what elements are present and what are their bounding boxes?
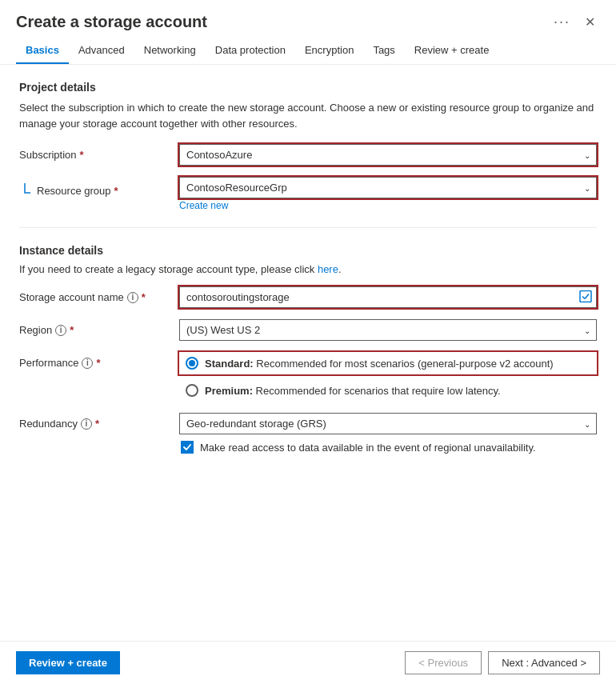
redundancy-required: * (95, 418, 99, 430)
redundancy-control: Geo-redundant storage (GRS) ⌄ Make read … (179, 413, 597, 454)
previous-button[interactable]: < Previous (405, 651, 482, 674)
redundancy-label: Redundancy i * (19, 413, 179, 430)
redundancy-checkbox-label: Make read access to data available in th… (200, 442, 536, 454)
legacy-text: If you need to create a legacy storage a… (19, 263, 597, 275)
redundancy-select-wrapper: Geo-redundant storage (GRS) ⌄ (179, 413, 597, 434)
subscription-select[interactable]: ContosoAzure (179, 144, 597, 166)
resource-group-select[interactable]: ContosoResourceGrp (179, 177, 597, 198)
tab-encryption[interactable]: Encryption (295, 38, 363, 64)
performance-radio-group: Standard: Recommended for most scenarios… (179, 352, 597, 402)
redundancy-checkbox[interactable] (181, 441, 194, 454)
subscription-control: ContosoAzure ⌄ (179, 144, 597, 166)
review-create-button[interactable]: Review + create (16, 651, 120, 674)
performance-label: Performance i * (19, 352, 179, 369)
storage-name-info-icon[interactable]: i (127, 292, 138, 303)
region-control: (US) West US 2 ⌄ (179, 319, 597, 341)
performance-control: Standard: Recommended for most scenarios… (179, 352, 597, 402)
resource-group-select-wrapper: ContosoResourceGrp ⌄ (179, 177, 597, 198)
performance-premium-radio (186, 384, 198, 397)
performance-row: Performance i * Standard: Recommended fo… (19, 352, 597, 402)
content-area: Project details Select the subscription … (0, 65, 616, 641)
project-details-desc: Select the subscription in which to crea… (19, 100, 597, 131)
legacy-link[interactable]: here (318, 263, 338, 275)
storage-name-row: Storage account name i * (19, 286, 597, 308)
redundancy-checkbox-row: Make read access to data available in th… (179, 441, 597, 454)
project-details-title: Project details (19, 81, 597, 94)
create-new-link[interactable]: Create new (179, 200, 228, 211)
close-icon: ✕ (585, 14, 595, 30)
tab-data-protection[interactable]: Data protection (206, 38, 295, 64)
performance-required: * (96, 357, 100, 369)
subscription-label: Subscription * (19, 144, 179, 161)
storage-name-input[interactable] (179, 286, 597, 308)
indent-connector-icon (19, 183, 30, 199)
storage-name-label: Storage account name i * (19, 286, 179, 303)
section-divider-1 (19, 227, 597, 228)
tab-tags[interactable]: Tags (363, 38, 404, 64)
tab-bar: Basics Advanced Networking Data protecti… (0, 31, 616, 65)
next-button[interactable]: Next : Advanced > (488, 651, 600, 674)
performance-premium-option[interactable]: Premium: Recommended for scenarios that … (179, 379, 597, 402)
subscription-required: * (80, 149, 84, 161)
project-details-section: Project details Select the subscription … (19, 81, 597, 211)
instance-details-title: Instance details (19, 244, 597, 257)
dialog-footer: Review + create < Previous Next : Advanc… (0, 641, 616, 684)
dialog-header: Create a storage account ··· ✕ (0, 0, 616, 31)
region-select-wrapper: (US) West US 2 ⌄ (179, 319, 597, 341)
instance-details-section: Instance details If you need to create a… (19, 244, 597, 454)
subscription-select-wrapper: ContosoAzure ⌄ (179, 144, 597, 166)
performance-standard-option[interactable]: Standard: Recommended for most scenarios… (179, 352, 597, 374)
tab-advanced[interactable]: Advanced (69, 38, 134, 64)
header-actions: ··· ✕ (554, 13, 600, 31)
tab-networking[interactable]: Networking (134, 38, 206, 64)
resource-group-control: ContosoResourceGrp ⌄ Create new (179, 177, 597, 211)
create-storage-dialog: Create a storage account ··· ✕ Basics Ad… (0, 0, 616, 684)
tab-review-create[interactable]: Review + create (405, 38, 499, 64)
close-button[interactable]: ✕ (580, 13, 600, 31)
resource-group-required: * (114, 185, 118, 197)
region-info-icon[interactable]: i (55, 325, 66, 336)
resource-group-label-container: Resource group * (19, 177, 179, 199)
region-required: * (70, 324, 74, 336)
redundancy-row: Redundancy i * Geo-redundant storage (GR… (19, 413, 597, 454)
region-label: Region i * (19, 319, 179, 336)
performance-info-icon[interactable]: i (82, 358, 93, 369)
resource-group-row: Resource group * ContosoResourceGrp ⌄ Cr… (19, 177, 597, 211)
redundancy-info-icon[interactable]: i (81, 418, 92, 430)
dialog-title: Create a storage account (16, 13, 207, 31)
more-options-icon[interactable]: ··· (554, 14, 570, 30)
redundancy-select[interactable]: Geo-redundant storage (GRS) (179, 413, 597, 434)
storage-name-input-wrapper (179, 286, 597, 308)
storage-name-required: * (142, 291, 146, 303)
performance-standard-label: Standard: Recommended for most scenarios… (205, 358, 554, 370)
performance-premium-label: Premium: Recommended for scenarios that … (205, 385, 501, 397)
region-select[interactable]: (US) West US 2 (179, 319, 597, 341)
tab-basics[interactable]: Basics (16, 38, 69, 64)
subscription-row: Subscription * ContosoAzure ⌄ (19, 144, 597, 166)
storage-name-control (179, 286, 597, 308)
region-row: Region i * (US) West US 2 ⌄ (19, 319, 597, 341)
performance-standard-radio (186, 357, 198, 370)
